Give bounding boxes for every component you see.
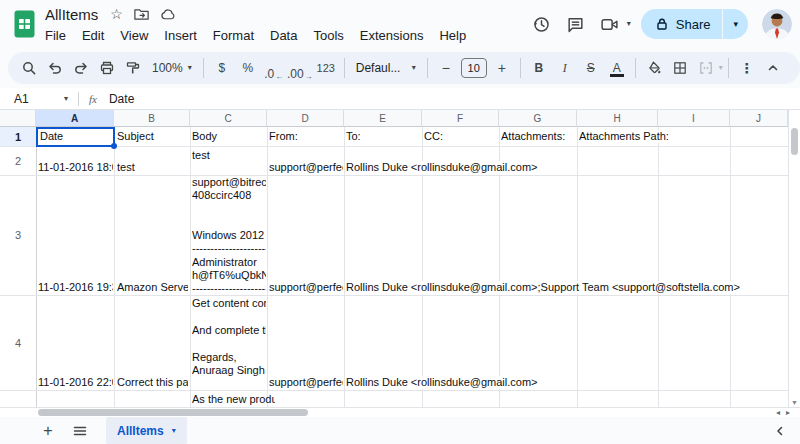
name-box[interactable]: A1 ▾ [0, 92, 78, 106]
sheet-tab-caret-icon[interactable]: ▾ [172, 427, 176, 435]
column-header-E[interactable]: E [344, 110, 422, 127]
cell-E2[interactable]: Rollins Duke <rollinsduke@gmail.com> [346, 161, 539, 174]
meet-dropdown-icon[interactable]: ▾ [627, 20, 631, 28]
menu-file[interactable]: File [45, 28, 74, 43]
cell-C3-line[interactable]: ---------------------- [192, 242, 266, 255]
cell-A3[interactable]: 11-01-2016 19:3 [38, 281, 113, 294]
cell-C3-line[interactable]: ---------------------- [192, 282, 266, 295]
cell-B4[interactable]: Correct this page [117, 376, 188, 389]
font-family-select[interactable]: Defaul... ▾ [350, 55, 422, 81]
horizontal-scrollbar-thumb[interactable] [38, 409, 308, 416]
formula-input[interactable]: Date [109, 92, 134, 106]
text-color-button[interactable]: A [604, 55, 630, 81]
cell-C2-line[interactable]: test [192, 149, 265, 162]
cell-C3-line[interactable]: Windows 2012 In [192, 229, 266, 242]
select-all-corner[interactable] [0, 110, 36, 127]
cell-C3-line[interactable]: 408ccirc408 [192, 189, 266, 202]
vertical-scrollbar[interactable]: ▼ [788, 110, 800, 407]
show-side-panel-icon[interactable] [768, 419, 792, 443]
all-sheets-menu-icon[interactable] [68, 419, 92, 443]
menu-insert[interactable]: Insert [156, 28, 205, 43]
cell-C3-line[interactable]: Administrator [192, 256, 266, 269]
increase-decimal-button[interactable]: .00→ [287, 55, 313, 81]
decrease-font-size-button[interactable]: − [433, 55, 459, 81]
menu-edit[interactable]: Edit [74, 28, 112, 43]
collapse-toolbar-icon[interactable] [760, 55, 786, 81]
column-header-A[interactable]: A [36, 110, 114, 127]
column-header-C[interactable]: C [190, 110, 267, 127]
more-options-button[interactable]: ⋮ [734, 55, 760, 81]
cell-B3[interactable]: Amazon Server ( [117, 281, 188, 294]
cell-D1[interactable]: From: [269, 130, 342, 143]
comments-icon[interactable] [559, 7, 593, 41]
paint-format-icon[interactable] [120, 55, 146, 81]
row-header-1[interactable]: 1 [0, 127, 36, 146]
menu-help[interactable]: Help [431, 28, 474, 43]
menu-extensions[interactable]: Extensions [352, 28, 432, 43]
document-title[interactable]: AllItems [45, 6, 98, 23]
vertical-scrollbar-thumb[interactable] [791, 128, 798, 155]
cell-E3[interactable]: Rollins Duke <rollinsduke@gmail.com>;Sup… [346, 281, 741, 294]
cell-C4-line[interactable]: And complete the [192, 324, 266, 337]
cell-C4-line[interactable]: Get content corre [192, 297, 266, 310]
merge-cells-icon[interactable] [693, 55, 719, 81]
version-history-icon[interactable] [525, 7, 559, 41]
strikethrough-button[interactable]: S [578, 55, 604, 81]
cell-B2[interactable]: test [117, 161, 188, 174]
star-icon[interactable]: ☆ [110, 6, 123, 22]
cell-F1[interactable]: CC: [424, 130, 497, 143]
cell-C3-line[interactable]: support@bitreco [192, 176, 266, 189]
column-header-B[interactable]: B [114, 110, 190, 127]
cell-D3[interactable]: support@perfect [269, 281, 343, 294]
cloud-saved-icon[interactable] [160, 6, 177, 23]
menu-format[interactable]: Format [205, 28, 262, 43]
format-currency-button[interactable]: $ [209, 55, 235, 81]
scroll-down-icon[interactable]: ▼ [789, 399, 800, 406]
cell-C4-line[interactable]: Anuraag Singh [192, 364, 266, 377]
cell-G1[interactable]: Attachments: [501, 130, 575, 143]
print-icon[interactable] [94, 55, 120, 81]
italic-button[interactable]: I [552, 55, 578, 81]
cell-A4[interactable]: 11-01-2016 22:0 [38, 376, 113, 389]
cell-B1[interactable]: Subject [117, 130, 188, 143]
column-header-D[interactable]: D [267, 110, 344, 127]
column-header-I[interactable]: I [658, 110, 730, 127]
menu-tools[interactable]: Tools [305, 28, 351, 43]
bold-button[interactable]: B [526, 55, 552, 81]
column-header-J[interactable]: J [730, 110, 788, 127]
fill-handle[interactable] [111, 143, 117, 149]
decrease-decimal-button[interactable]: .0← [261, 55, 287, 81]
column-header-G[interactable]: G [499, 110, 577, 127]
row-header-3[interactable]: 3 [0, 175, 36, 295]
share-button[interactable]: Share ▾ [641, 9, 748, 39]
column-header-F[interactable]: F [422, 110, 499, 127]
cell-C4-line[interactable]: Regards, [192, 351, 266, 364]
cell-C1[interactable]: Body [192, 130, 265, 143]
fill-color-icon[interactable] [641, 55, 667, 81]
cell-D4[interactable]: support@perfect [269, 376, 343, 389]
meet-camera-icon[interactable] [593, 7, 627, 41]
cell-A2[interactable]: 11-01-2016 18:0 [38, 161, 113, 174]
row-header-2[interactable]: 2 [0, 146, 36, 175]
horizontal-scrollbar[interactable]: ◂▸ [0, 407, 800, 417]
row-header-4[interactable]: 4 [0, 295, 36, 390]
share-dropdown-icon[interactable]: ▾ [723, 20, 748, 29]
increase-font-size-button[interactable]: + [489, 55, 515, 81]
cell-C5-line[interactable]: As the new produ [192, 393, 275, 406]
merge-caret-icon[interactable]: ▾ [719, 64, 723, 72]
cell-E4[interactable]: Rollins Duke <rollinsduke@gmail.com> [346, 376, 539, 389]
font-size-input[interactable]: 10 [461, 58, 487, 78]
borders-icon[interactable] [667, 55, 693, 81]
sheet-tab-allitems[interactable]: AllItems ▾ [106, 417, 187, 444]
zoom-select[interactable]: 100% ▾ [146, 55, 198, 81]
format-percent-button[interactable]: % [235, 55, 261, 81]
undo-icon[interactable] [42, 55, 68, 81]
menu-view[interactable]: View [112, 28, 156, 43]
cell-C3-line[interactable]: h@fT6%uQbkN [192, 269, 266, 282]
sheets-logo-icon[interactable] [14, 10, 35, 38]
cell-H1[interactable]: Attachments Path: [579, 130, 670, 143]
cell-D2[interactable]: support@perfect [269, 161, 343, 174]
avatar[interactable] [762, 9, 792, 39]
column-header-H[interactable]: H [577, 110, 658, 127]
more-formats-button[interactable]: 123 [313, 55, 339, 81]
